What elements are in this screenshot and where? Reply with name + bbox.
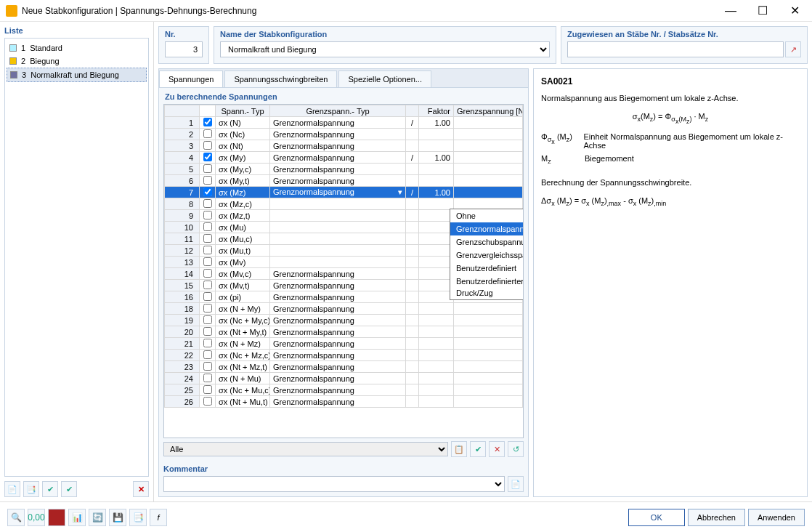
row-checkbox[interactable] bbox=[203, 374, 212, 382]
sidebar-item-2[interactable]: 2 Biegung bbox=[7, 55, 147, 68]
grid-filter[interactable]: Alle bbox=[163, 442, 448, 456]
minimize-button[interactable]: — bbox=[715, 1, 747, 21]
dropdown-option[interactable]: Grenznormalspannung bbox=[450, 222, 524, 235]
range-label: Berechnung der Spannungsschwingbreite. bbox=[541, 177, 800, 189]
app-icon bbox=[6, 5, 17, 17]
tab-spannungen[interactable]: Spannungen bbox=[159, 70, 223, 87]
table-row[interactable]: 20 σx (Nt + My,t) Grenznormalspannung bbox=[165, 326, 523, 338]
row-checkbox[interactable] bbox=[203, 211, 212, 219]
grid-tool-checkall-icon[interactable]: ✔ bbox=[470, 441, 486, 457]
ok-button[interactable]: OK bbox=[628, 509, 685, 526]
dropdown-option[interactable]: Benutzerdefiniert bbox=[450, 262, 524, 275]
check-config-icon[interactable]: ✔ bbox=[42, 481, 58, 497]
dropdown-option[interactable]: Ohne bbox=[450, 209, 524, 222]
table-row[interactable]: 21 σx (N + Mz) Grenznormalspannung bbox=[165, 338, 523, 350]
row-checkbox[interactable] bbox=[203, 199, 212, 208]
table-row[interactable]: 23 σx (Nt + Mz,t) Grenznormalspannung bbox=[165, 361, 523, 373]
foot-reload-icon[interactable]: 🔄 bbox=[89, 509, 106, 526]
col-limit-type[interactable]: Grenzspann.- Typ bbox=[270, 105, 406, 117]
row-checkbox[interactable] bbox=[203, 257, 212, 266]
window-title: Neue Stabkonfiguration | Spannungs-Dehnu… bbox=[22, 6, 715, 16]
pick-members-icon[interactable]: ↗ bbox=[785, 41, 801, 57]
close-button[interactable]: ✕ bbox=[779, 1, 811, 21]
table-row[interactable]: 26 σx (Nt + Mu,t) Grenznormalspannung bbox=[165, 396, 523, 408]
row-checkbox[interactable] bbox=[203, 129, 212, 138]
row-checkbox[interactable] bbox=[203, 141, 212, 150]
col-factor[interactable]: Faktor bbox=[419, 105, 454, 117]
dropdown-option[interactable]: Grenzschubspannung bbox=[450, 235, 524, 249]
row-checkbox[interactable] bbox=[203, 385, 212, 394]
col-stress-type[interactable]: Spann.- Typ bbox=[216, 105, 270, 117]
new-config-icon[interactable]: 📄 bbox=[4, 481, 20, 497]
row-checkbox[interactable] bbox=[203, 164, 212, 173]
row-checkbox[interactable] bbox=[203, 350, 212, 359]
table-row[interactable]: 7 σx (Mz) Grenznormalspannung ▾ / 1.00 bbox=[165, 187, 523, 198]
row-checkbox[interactable] bbox=[203, 153, 212, 161]
dropdown-option[interactable]: Benutzerdefinierter Druck/Zug bbox=[450, 275, 524, 299]
dropdown-option[interactable]: Grenzvergleichsspannung bbox=[450, 249, 524, 262]
table-row[interactable]: 4 σx (My) Grenznormalspannung / 1.00 bbox=[165, 152, 523, 164]
row-checkbox[interactable] bbox=[203, 188, 212, 196]
color-swatch bbox=[9, 44, 17, 52]
table-row[interactable]: 18 σx (N + My) Grenznormalspannung bbox=[165, 303, 523, 315]
tabbar: Spannungen Spannungsschwingbreiten Spezi… bbox=[159, 69, 528, 88]
row-checkbox[interactable] bbox=[203, 281, 212, 289]
table-row[interactable]: 6 σx (My,t) Grenznormalspannung bbox=[165, 175, 523, 187]
row-checkbox[interactable] bbox=[203, 292, 212, 301]
foot-save-icon[interactable]: 💾 bbox=[109, 509, 126, 526]
table-row[interactable]: 1 σx (N) Grenznormalspannung / 1.00 bbox=[165, 117, 523, 129]
row-checkbox[interactable] bbox=[203, 176, 212, 185]
footer: 🔍 0,00 📊 🔄 💾 📑 f OK Abbrechen Anwenden bbox=[0, 501, 812, 532]
row-checkbox[interactable] bbox=[203, 362, 212, 371]
sidebar-item-3[interactable]: 3 Normalkraft und Biegung bbox=[7, 68, 147, 82]
delete-config-icon[interactable]: ✕ bbox=[133, 481, 149, 497]
row-checkbox[interactable] bbox=[203, 339, 212, 347]
table-row[interactable]: 24 σx (N + Mu) Grenznormalspannung bbox=[165, 373, 523, 384]
maximize-button[interactable]: ☐ bbox=[747, 1, 779, 21]
foot-color-icon[interactable] bbox=[48, 509, 65, 526]
foot-help-icon[interactable]: 🔍 bbox=[7, 509, 25, 526]
grid-tool-reset-icon[interactable]: ↺ bbox=[508, 441, 524, 457]
info-formula: σx(Mz) = Φσx(Mz) · Mz bbox=[541, 110, 800, 126]
def1-txt: Einheit Normalspannung aus Biegemoment u… bbox=[584, 132, 800, 150]
info-code: SA0021 bbox=[541, 76, 800, 86]
def1-sym: Φσx (Mz) bbox=[541, 132, 584, 150]
sidebar-item-1[interactable]: 1 Standard bbox=[7, 41, 147, 55]
row-checkbox[interactable] bbox=[203, 269, 212, 278]
grid-tool-copy-icon[interactable]: 📋 bbox=[451, 441, 467, 457]
row-checkbox[interactable] bbox=[203, 118, 212, 126]
table-row[interactable]: 3 σx (Nt) Grenznormalspannung bbox=[165, 140, 523, 152]
row-checkbox[interactable] bbox=[203, 222, 212, 231]
name-select[interactable]: Normalkraft und Biegung bbox=[220, 41, 550, 57]
info-panel: SA0021 Normalspannung aus Biegemoment um… bbox=[533, 68, 808, 497]
row-checkbox[interactable] bbox=[203, 304, 212, 313]
apply-button[interactable]: Anwenden bbox=[748, 509, 805, 526]
foot-copy-icon[interactable]: 📑 bbox=[129, 509, 147, 526]
row-checkbox[interactable] bbox=[203, 246, 212, 254]
row-checkbox[interactable] bbox=[203, 234, 212, 243]
check2-config-icon[interactable]: ✔ bbox=[61, 481, 77, 497]
foot-graph-icon[interactable]: 📊 bbox=[68, 509, 86, 526]
comment-select[interactable] bbox=[163, 476, 505, 492]
row-checkbox[interactable] bbox=[203, 397, 212, 406]
dup-config-icon[interactable]: 📑 bbox=[23, 481, 39, 497]
limit-type-dropdown[interactable]: OhneGrenznormalspannungGrenzschubspannun… bbox=[450, 209, 524, 300]
tab-schwingbreiten[interactable]: Spannungsschwingbreiten bbox=[224, 70, 337, 87]
table-row[interactable]: 5 σx (My,c) Grenznormalspannung bbox=[165, 164, 523, 175]
tab-optionen[interactable]: Spezielle Optionen... bbox=[338, 70, 431, 87]
table-row[interactable]: 22 σx (Nc + Mz,c) Grenznormalspannung bbox=[165, 350, 523, 361]
assign-input[interactable] bbox=[567, 41, 784, 57]
nr-input[interactable] bbox=[165, 41, 203, 57]
row-checkbox[interactable] bbox=[203, 327, 212, 336]
table-row[interactable]: 2 σx (Nc) Grenznormalspannung bbox=[165, 129, 523, 140]
config-list[interactable]: 1 Standard2 Biegung3 Normalkraft und Bie… bbox=[4, 38, 149, 477]
cancel-button[interactable]: Abbrechen bbox=[688, 509, 745, 526]
foot-units-icon[interactable]: 0,00 bbox=[28, 509, 45, 526]
table-row[interactable]: 19 σx (Nc + My,c) Grenznormalspannung bbox=[165, 315, 523, 326]
comment-edit-icon[interactable]: 📄 bbox=[508, 476, 524, 492]
table-row[interactable]: 25 σx (Nc + Mu,c) Grenznormalspannung bbox=[165, 384, 523, 396]
row-checkbox[interactable] bbox=[203, 315, 212, 324]
grid-tool-uncheck-icon[interactable]: ✕ bbox=[489, 441, 505, 457]
col-limit-stress[interactable]: Grenzspannung [N/mm²] bbox=[454, 105, 523, 117]
foot-fx-icon[interactable]: f bbox=[150, 509, 167, 526]
